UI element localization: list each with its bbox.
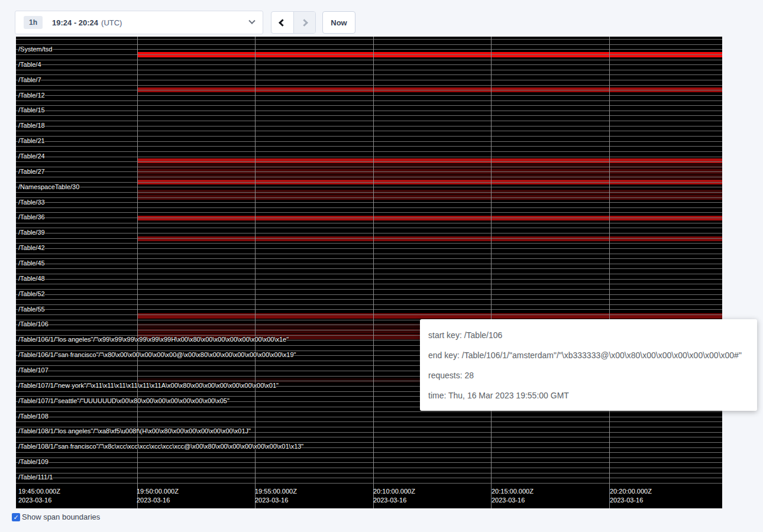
span-boundary-line — [16, 248, 722, 249]
span-boundary-line — [16, 274, 722, 274]
span-boundary-line — [16, 187, 722, 187]
span-boundary-line — [16, 49, 722, 50]
key-span-label: /Table/107/1/"new york"/"\x11\x11\x11\x1… — [18, 382, 279, 389]
span-boundary-line — [16, 411, 722, 412]
duration-badge: 1h — [24, 16, 43, 29]
span-boundary-line — [16, 473, 722, 473]
span-boundary-line — [16, 254, 722, 254]
x-axis-tick: 20:20:00.000Z2023-03-16 — [610, 487, 652, 505]
now-button[interactable]: Now — [322, 11, 355, 34]
span-boundary-line — [16, 85, 722, 86]
span-boundary-line — [16, 284, 722, 284]
chevron-right-icon — [300, 19, 308, 27]
key-span-label: /Table/55 — [18, 306, 45, 313]
span-boundary-line — [16, 458, 722, 458]
span-boundary-line — [16, 44, 722, 45]
span-boundary-line — [16, 289, 722, 290]
span-boundary-line — [16, 304, 722, 305]
time-gridline — [137, 37, 138, 508]
span-boundary-line — [16, 478, 722, 478]
span-boundary-line — [16, 309, 722, 310]
hover-tooltip: start key: /Table/106end key: /Table/106… — [420, 319, 757, 411]
span-boundary-line — [16, 202, 722, 203]
key-span-label: /Table/107/1/"seattle"/"UUUUUUD\x00\x80\… — [18, 397, 229, 404]
span-boundary-line — [16, 299, 722, 300]
span-boundary-line — [16, 264, 722, 264]
span-boundary-line — [16, 268, 722, 269]
x-axis-tick: 19:50:00.000Z2023-03-16 — [137, 487, 179, 505]
key-span-label: /Table/48 — [18, 275, 45, 282]
time-gridline — [373, 37, 374, 508]
key-span-label: /Table/4 — [18, 61, 41, 68]
key-span-label: /Table/27 — [18, 168, 45, 175]
span-boundary-line — [16, 95, 722, 96]
x-axis-tick: 20:10:00.000Z2023-03-16 — [373, 487, 415, 505]
span-boundary-line — [16, 171, 722, 172]
span-boundary-line — [16, 197, 722, 198]
x-axis-tick: 19:55:00.000Z2023-03-16 — [255, 487, 297, 505]
x-axis-tick: 19:45:00.000Z2023-03-16 — [18, 487, 60, 505]
span-boundary-line — [16, 228, 722, 228]
key-span-label: /Table/15 — [18, 106, 45, 113]
span-boundary-line — [16, 141, 722, 142]
span-boundary-line — [16, 192, 722, 193]
span-boundary-line — [16, 105, 722, 106]
span-boundary-line — [16, 177, 722, 177]
key-span-label: /System/tsd — [18, 46, 52, 53]
key-span-label: /Table/106 — [18, 320, 49, 327]
key-span-label: /Table/45 — [18, 259, 45, 267]
key-span-label: /Table/18 — [18, 122, 45, 129]
next-time-button-disabled[interactable] — [294, 12, 316, 33]
time-gridline — [491, 37, 492, 508]
key-span-label: /Table/42 — [18, 244, 45, 251]
span-boundary-line — [16, 74, 722, 75]
span-boundary-line — [16, 421, 722, 422]
footer: ✓ Show span boundaries — [12, 512, 100, 521]
key-span-label: /Table/52 — [18, 290, 45, 297]
span-boundary-line — [16, 218, 722, 218]
span-boundary-line — [16, 151, 722, 152]
span-boundary-line — [16, 161, 722, 162]
key-span-label: /NamespaceTable/30 — [18, 183, 79, 190]
chevron-down-icon — [248, 18, 255, 24]
key-span-label: /Table/7 — [18, 76, 41, 83]
span-boundary-line — [16, 243, 722, 244]
time-nav-group — [271, 11, 316, 34]
span-boundary-line — [16, 314, 722, 315]
key-span-label: /Table/108 — [18, 413, 49, 420]
key-span-label: /Table/36 — [18, 213, 45, 220]
span-boundary-line — [16, 100, 722, 101]
prev-time-button[interactable] — [271, 12, 294, 33]
span-boundary-line — [16, 157, 722, 157]
key-span-label: /Table/111/1 — [18, 473, 53, 481]
key-visualizer-canvas[interactable]: /System/tsd/Table/4/Table/7/Table/12/Tab… — [16, 37, 722, 508]
span-boundary-line — [16, 417, 722, 417]
key-visualizer-page: 1h 19:24 - 20:24 (UTC) Now /System/tsd/T… — [0, 0, 763, 532]
span-boundary-line — [16, 121, 722, 121]
span-boundary-line — [16, 126, 722, 126]
key-span-label: /Table/107 — [18, 366, 49, 374]
time-range-text: 19:24 - 20:24 — [52, 18, 98, 27]
toolbar: 1h 19:24 - 20:24 (UTC) Now — [0, 0, 763, 37]
span-boundary-line — [16, 294, 722, 295]
show-span-boundaries-label: Show span boundaries — [22, 512, 100, 521]
key-span-label: /Table/106/1/"los angeles"/"\x99\x99\x99… — [18, 336, 289, 343]
span-boundary-line — [16, 212, 722, 213]
tooltip-line: start key: /Table/106 — [428, 325, 749, 345]
time-gridline — [255, 37, 256, 508]
span-boundary-line — [16, 279, 722, 280]
key-span-label: /Table/108/1/"los angeles"/"\xa8\xf5\u00… — [18, 427, 251, 434]
chevron-left-icon — [279, 19, 286, 27]
span-boundary-line — [16, 483, 722, 484]
span-boundary-line — [16, 258, 722, 259]
span-boundary-line — [16, 452, 722, 453]
key-span-label: /Table/24 — [18, 153, 45, 160]
time-range-selector[interactable]: 1h 19:24 - 20:24 (UTC) — [15, 11, 263, 34]
span-boundary-line — [16, 70, 722, 70]
show-span-boundaries-checkbox[interactable]: ✓ — [12, 513, 20, 521]
tooltip-line: time: Thu, 16 Mar 2023 19:55:00 GMT — [428, 385, 749, 406]
span-boundary-line — [16, 90, 722, 90]
span-boundary-line — [16, 64, 722, 65]
tooltip-line: requests: 28 — [428, 365, 749, 385]
span-boundary-line — [16, 115, 722, 116]
